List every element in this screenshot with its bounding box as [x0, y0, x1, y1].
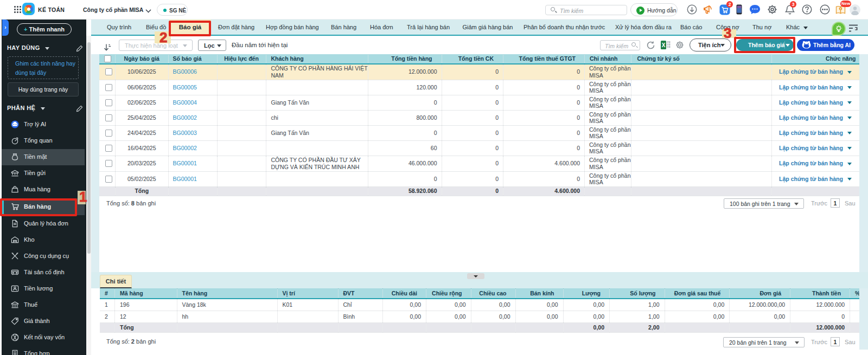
svg-text:X: X [662, 42, 666, 48]
